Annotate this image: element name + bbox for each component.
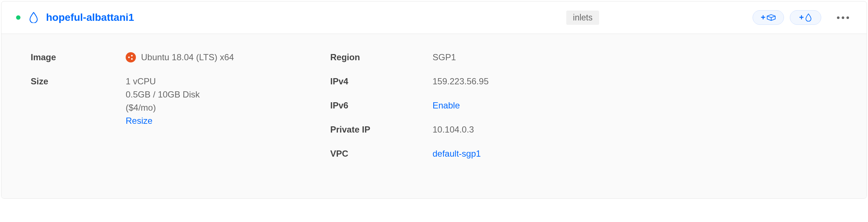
more-actions-button[interactable] <box>834 16 852 19</box>
region-value: SGP1 <box>433 52 837 76</box>
plus-icon: + <box>799 14 804 22</box>
size-label: Size <box>31 76 115 100</box>
tag-badge[interactable]: inlets <box>566 11 599 25</box>
droplet-header: hopeful-albattani1 inlets + + <box>1 1 867 34</box>
plus-icon: + <box>761 14 766 22</box>
status-indicator-icon <box>16 15 20 20</box>
droplet-details: Image Size Ubuntu 18.04 (LTS) x64 <box>1 34 867 198</box>
vpc-link[interactable]: default-sgp1 <box>433 149 481 159</box>
ubuntu-icon <box>126 52 136 62</box>
droplet-icon <box>29 12 38 23</box>
droplet-card: hopeful-albattani1 inlets + + Image Size <box>1 1 867 199</box>
image-value: Ubuntu 18.04 (LTS) x64 <box>126 52 319 76</box>
vpc-label: VPC <box>330 149 422 173</box>
vpc-value: default-sgp1 <box>433 149 837 173</box>
add-resource-button[interactable]: + <box>753 10 784 25</box>
ipv6-value: Enable <box>433 100 837 125</box>
privateip-value: 10.104.0.3 <box>433 125 837 149</box>
droplet-small-icon <box>805 14 812 22</box>
region-label: Region <box>330 52 422 76</box>
ipv4-value: 159.223.56.95 <box>433 76 837 100</box>
svg-point-1 <box>131 55 133 56</box>
svg-point-0 <box>128 57 130 58</box>
box-icon <box>767 14 776 21</box>
ipv6-enable-link[interactable]: Enable <box>433 100 460 111</box>
privateip-label: Private IP <box>330 125 422 149</box>
ipv4-label: IPv4 <box>330 76 422 100</box>
droplet-name-link[interactable]: hopeful-albattani1 <box>46 12 134 23</box>
svg-point-2 <box>131 58 133 60</box>
image-label: Image <box>31 52 115 76</box>
resize-link[interactable]: Resize <box>126 116 200 126</box>
ipv6-label: IPv6 <box>330 100 422 125</box>
add-droplet-button[interactable]: + <box>790 10 821 25</box>
size-value: 1 vCPU 0.5GB / 10GB Disk ($4/mo) Resize <box>126 76 319 126</box>
